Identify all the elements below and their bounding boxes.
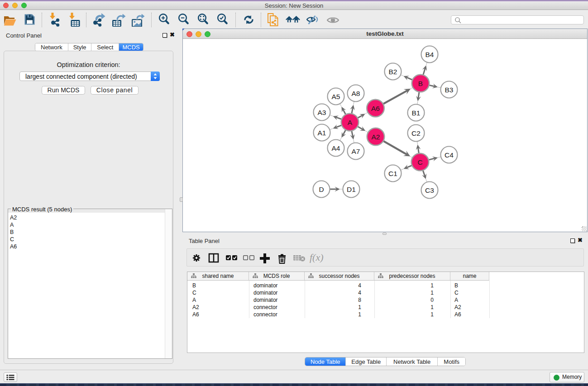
svg-text:A3: A3 xyxy=(318,109,326,116)
svg-text:B1: B1 xyxy=(412,109,421,117)
svg-text:B2: B2 xyxy=(389,68,397,76)
svg-text:B: B xyxy=(418,80,423,87)
svg-text:D1: D1 xyxy=(347,186,356,193)
svg-text:A: A xyxy=(348,119,353,126)
svg-text:D: D xyxy=(319,186,324,193)
svg-text:A1: A1 xyxy=(318,129,326,137)
svg-text:A4: A4 xyxy=(332,144,340,152)
svg-text:B3: B3 xyxy=(445,86,454,94)
svg-text:A2: A2 xyxy=(372,133,380,141)
svg-text:A6: A6 xyxy=(371,105,380,112)
svg-text:C4: C4 xyxy=(445,151,454,159)
svg-text:A8: A8 xyxy=(352,90,360,97)
svg-text:A5: A5 xyxy=(332,93,340,100)
svg-text:C1: C1 xyxy=(388,170,397,177)
svg-text:C2: C2 xyxy=(411,129,421,137)
svg-text:A7: A7 xyxy=(352,148,360,155)
svg-text:B4: B4 xyxy=(425,51,434,58)
svg-text:C3: C3 xyxy=(425,186,434,194)
svg-text:C: C xyxy=(417,158,422,166)
